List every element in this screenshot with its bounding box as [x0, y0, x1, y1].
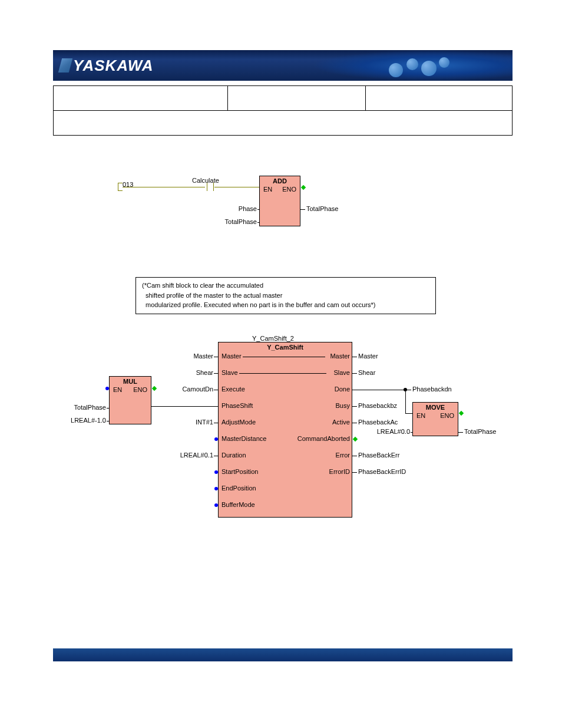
camshift-type: Y_CamShift: [219, 342, 352, 352]
port-indicator: [353, 437, 358, 442]
port-indicator: [214, 437, 218, 441]
wire: [214, 357, 219, 357]
add-eno: ENO: [282, 186, 296, 193]
cs-in-master: Master: [222, 353, 242, 360]
cs-in-duration: Duration: [222, 452, 246, 459]
cs-in-execute: Execute: [222, 386, 245, 393]
cs-lvar-master: Master: [190, 353, 213, 360]
cs-in-buffermode: BufferMode: [222, 501, 255, 508]
cs-out-done: Done: [326, 386, 350, 393]
contact-label: Calculate: [192, 177, 219, 184]
cs-out-active: Active: [326, 419, 350, 426]
wire: [214, 423, 219, 423]
mul-in2: LREAL#-1.0: [65, 417, 106, 424]
rung-bracket: [118, 183, 123, 191]
en-indicator: [105, 387, 109, 390]
cs-rvar-error: PhaseBackErr: [358, 452, 399, 459]
add-en: EN: [263, 186, 272, 193]
cs-rvar-active: PhasebackAc: [358, 419, 398, 426]
wire: [107, 421, 110, 421]
add-out: TotalPhase: [306, 205, 338, 212]
wire: [257, 222, 260, 223]
cs-rvar-slave: Shear: [358, 369, 375, 376]
header-decor: [383, 55, 454, 76]
header-banner: YASKAWA: [53, 50, 513, 81]
wire: [123, 187, 205, 187]
port-indicator: [214, 487, 218, 490]
comment-line2: shifted profile of the master to the act…: [142, 291, 429, 301]
eno-indicator: [301, 185, 306, 190]
eno-indicator: [152, 386, 157, 391]
cs-lvar-execute: CamoutDn: [178, 386, 213, 393]
wire: [243, 357, 325, 357]
move-title: MOVE: [413, 403, 458, 412]
add-title: ADD: [260, 176, 300, 186]
cs-rvar-done: Phasebackdn: [412, 386, 452, 393]
comment-box: (*Cam shift block to clear the accumulat…: [135, 277, 436, 314]
move-block: MOVE EN ENO: [412, 402, 458, 436]
wire: [352, 390, 411, 390]
cs-out-cmdabort: CommandAborted: [289, 435, 350, 442]
mul-in1: TotalPhase: [67, 404, 106, 411]
wire: [214, 390, 219, 390]
wire: [257, 209, 260, 210]
comment-line1: (*Cam shift block to clear the accumulat…: [142, 281, 429, 291]
cs-rvar-busy: Phasebackbz: [358, 402, 397, 409]
comment-line3: modularized profile. Executed when no pa…: [142, 300, 429, 310]
cs-in-slave: Slave: [222, 369, 238, 376]
cs-out-busy: Busy: [326, 402, 350, 409]
mul-block: MUL EN ENO: [109, 376, 151, 424]
cs-rvar-errorid: PhaseBackErrID: [358, 468, 406, 475]
footer-bar: [53, 648, 513, 661]
wire: [405, 413, 412, 414]
mul-eno: ENO: [133, 386, 147, 393]
move-out: TotalPhase: [464, 428, 496, 435]
logo-icon: [58, 58, 72, 73]
wire: [214, 456, 219, 456]
cs-in-adjustmode: AdjustMode: [222, 419, 256, 426]
wire: [151, 406, 218, 407]
wire: [458, 432, 463, 433]
cs-in-startpos: StartPosition: [222, 468, 258, 475]
wire: [352, 456, 357, 456]
cs-in-masterdist: MasterDistance: [222, 435, 266, 442]
wire: [300, 209, 305, 210]
cs-out-master: Master: [326, 353, 350, 360]
cs-rvar-master: Master: [358, 353, 378, 360]
mul-en: EN: [113, 386, 122, 393]
cs-out-slave: Slave: [326, 369, 350, 376]
mul-title: MUL: [110, 377, 151, 386]
header-table: [53, 85, 513, 136]
wire: [107, 408, 110, 409]
wire: [405, 390, 406, 413]
wire: [411, 432, 413, 433]
wire: [214, 187, 259, 187]
wire: [352, 472, 357, 473]
camshift-instance: Y_CamShift_2: [252, 335, 294, 342]
logo: YASKAWA: [60, 57, 154, 75]
add-in1: Phase: [237, 205, 257, 212]
wire: [352, 357, 357, 357]
move-in: LREAL#0.0: [372, 428, 410, 435]
wire: [352, 406, 357, 407]
add-in2: TotalPhase: [222, 218, 257, 225]
cs-in-phaseshift: PhaseShift: [222, 402, 253, 409]
cs-in-endpos: EndPosition: [222, 485, 256, 492]
cs-lvar-adjustmode: INT#1: [190, 419, 213, 426]
cs-out-errorid: ErrorID: [320, 468, 350, 475]
wire: [352, 423, 357, 423]
wire: [239, 373, 326, 374]
logo-text: YASKAWA: [73, 57, 154, 75]
add-block: ADD EN ENO: [259, 176, 300, 226]
ladder-diagram: 013 Calculate ADD EN ENO Phase TotalPhas…: [53, 165, 513, 548]
port-indicator: [214, 470, 218, 474]
move-en: EN: [416, 412, 425, 419]
port-indicator: [214, 503, 218, 507]
wire: [352, 373, 357, 374]
eno-indicator: [459, 411, 464, 416]
wire: [214, 373, 219, 374]
move-eno: ENO: [440, 412, 454, 419]
cs-lvar-slave: Shear: [190, 369, 213, 376]
cs-out-error: Error: [326, 452, 350, 459]
cs-lvar-duration: LREAL#0.1: [178, 452, 213, 459]
